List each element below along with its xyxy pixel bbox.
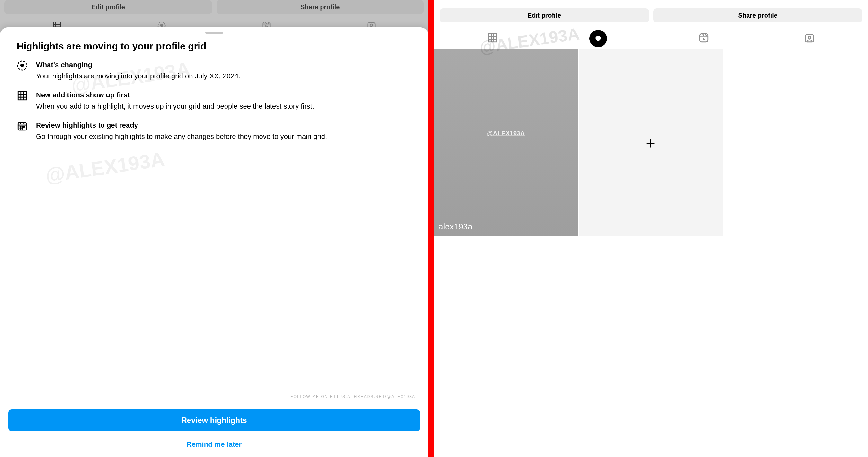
- svg-point-16: [808, 36, 811, 39]
- reels-icon: [699, 32, 709, 45]
- remind-me-later-button[interactable]: Remind me later: [8, 440, 420, 449]
- svg-point-9: [22, 126, 23, 127]
- review-highlights-button[interactable]: Review highlights: [8, 409, 420, 431]
- calendar-icon: [17, 121, 28, 142]
- watermark-footer: FOLLOW ME ON HTTPS://THREADS.NET/@ALEX19…: [290, 394, 415, 399]
- empty-tile: [723, 49, 867, 236]
- svg-point-10: [24, 126, 24, 127]
- tab-grid[interactable]: [440, 28, 546, 49]
- grid-icon: [487, 32, 498, 45]
- watermark: @ALEX193A: [44, 148, 166, 187]
- svg-point-11: [20, 128, 21, 129]
- plus-icon: ＋: [643, 132, 658, 153]
- item-title: Review highlights to get ready: [36, 120, 327, 130]
- item-body: Your highlights are moving into your pro…: [36, 72, 240, 80]
- svg-point-4: [370, 24, 373, 27]
- svg-rect-13: [489, 34, 497, 42]
- edit-profile-button[interactable]: Edit profile: [440, 8, 649, 23]
- item-body: Go through your existing highlights to m…: [36, 132, 327, 141]
- item-body: When you add to a highlight, it moves up…: [36, 102, 314, 110]
- item-title: New additions show up first: [36, 90, 314, 100]
- heart-icon: [589, 30, 607, 47]
- edit-profile-button[interactable]: Edit profile: [4, 0, 212, 14]
- svg-point-8: [20, 126, 21, 127]
- add-highlight-tile[interactable]: ＋: [579, 49, 722, 236]
- item-title: What's changing: [36, 59, 240, 70]
- heart-dashed-circle-icon: [17, 60, 28, 81]
- tagged-icon: [804, 32, 815, 45]
- highlight-label: alex193a: [438, 222, 472, 232]
- watermark: @ALEX193A: [487, 130, 525, 137]
- sheet-title: Highlights are moving to your profile gr…: [17, 41, 411, 52]
- info-item-new-additions: New additions show up first When you add…: [17, 90, 411, 112]
- share-profile-button[interactable]: Share profile: [653, 8, 863, 23]
- info-item-whats-changing: What's changing Your highlights are movi…: [17, 59, 411, 81]
- svg-point-12: [22, 128, 23, 129]
- highlight-tile[interactable]: @ALEX193A alex193a: [434, 49, 578, 236]
- svg-rect-6: [18, 92, 26, 100]
- share-profile-button[interactable]: Share profile: [217, 0, 424, 14]
- tab-reels[interactable]: [651, 28, 757, 49]
- tab-tagged[interactable]: [756, 28, 862, 49]
- svg-rect-14: [700, 34, 708, 42]
- grid-icon: [17, 90, 28, 112]
- tab-highlights[interactable]: [546, 28, 651, 49]
- info-item-review: Review highlights to get ready Go throug…: [17, 120, 411, 142]
- bottom-sheet: @ALEX193A @ALEX193A Highlights are movin…: [0, 27, 428, 457]
